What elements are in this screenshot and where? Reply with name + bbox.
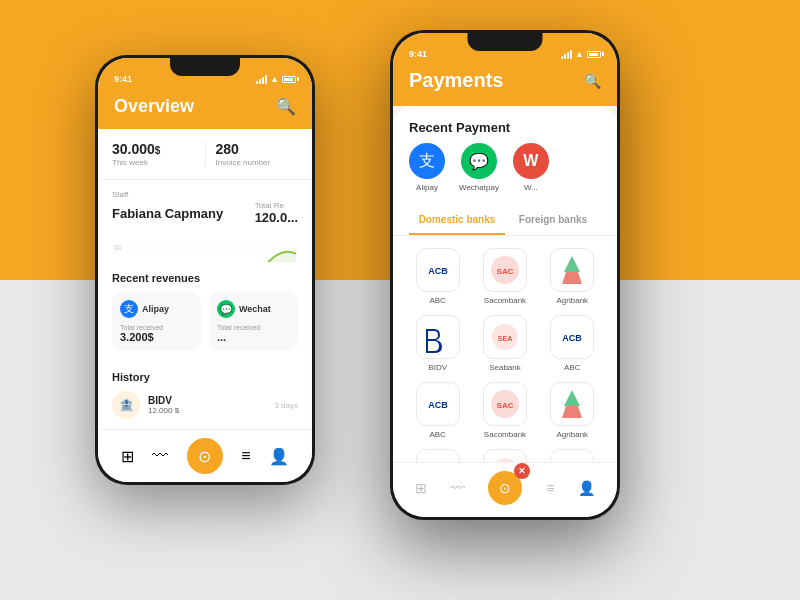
p2-bank-sea-1[interactable]: SEA Seabank [476, 315, 533, 372]
p1-nav-menu[interactable]: ≡ [241, 447, 250, 465]
p2-header: Payments 🔍 [393, 65, 617, 106]
p1-chart: 60 30 10 Week 1 Week 2 Week 3 W... [98, 231, 312, 262]
p2-other-label: W... [524, 183, 538, 192]
phone-overview: 9:41 ▲ Overview 🔍 [95, 55, 315, 485]
p1-status-icons: ▲ [256, 74, 296, 84]
p2-sacom-name-2: Sacombank [484, 430, 526, 439]
p2-tab-domestic[interactable]: Domestic banks [409, 206, 505, 235]
p2-wechatpay-label: Wechatpay [459, 183, 499, 192]
p1-nav-center-button[interactable]: ⊙ [187, 438, 223, 474]
p1-revenue-cards: 支 Alipay Total received 3.200$ 💬 Wechat … [112, 292, 298, 351]
p1-staff-name: Fabiana Capmany [112, 206, 223, 221]
p2-bank-sea-2[interactable]: SEA Seabank [476, 449, 533, 462]
p2-sea-logo-1: SEA [483, 315, 527, 359]
p2-wechatpay-icon: 💬 [461, 143, 497, 179]
p2-bank-agri-2[interactable]: Agribank [544, 382, 601, 439]
p2-bank-abc-4[interactable]: ACB ABC [544, 449, 601, 462]
p1-wechat-card[interactable]: 💬 Wechat Total received ... [209, 292, 298, 351]
p2-wechatpay-item[interactable]: 💬 Wechatpay [459, 143, 499, 192]
p1-revenues-title: Recent revenues [112, 272, 298, 284]
p2-bank-bidv-1[interactable]: BIDV [409, 315, 466, 372]
p2-nav-chart[interactable]: 〰 [451, 480, 465, 496]
p2-bidv-logo-1 [416, 315, 460, 359]
p1-bidv-icon: 🏦 [112, 391, 140, 419]
p2-recent-payment-row: 支 Alipay 💬 Wechatpay W W... [393, 143, 617, 206]
p2-agri-logo-1 [550, 248, 594, 292]
p2-bank-agri-1[interactable]: Agribank [544, 248, 601, 305]
p2-nav-close-button[interactable]: ✕ [514, 463, 530, 479]
p2-bank-abc-2[interactable]: ACB ABC [544, 315, 601, 372]
svg-rect-24 [418, 451, 458, 462]
p2-agri-name-1: Agribank [557, 296, 589, 305]
p1-history-item[interactable]: 🏦 BIDV 12.000 $ 3 days [112, 391, 298, 419]
p2-nav-menu[interactable]: ≡ [546, 480, 554, 496]
p1-alipay-card[interactable]: 支 Alipay Total received 3.200$ [112, 292, 201, 351]
p2-abc-logo-4: ACB [550, 449, 594, 462]
p2-bank-sacom-1[interactable]: SAC Sacombank [476, 248, 533, 305]
p2-time: 9:41 [409, 49, 427, 59]
p2-bank-sacom-2[interactable]: SAC Sacombank [476, 382, 533, 439]
p1-revenues-section: Recent revenues 支 Alipay Total received … [98, 262, 312, 357]
p1-staff-section: Staff Fabiana Capmany Total Re 120.0... [98, 180, 312, 231]
p1-search-icon[interactable]: 🔍 [276, 97, 296, 116]
p1-invoice-value: 280 [216, 141, 299, 157]
p2-alipay-item[interactable]: 支 Alipay [409, 143, 445, 192]
p2-other-icon: W [513, 143, 549, 179]
p2-bank-grid: ACB ABC SAC Sacombank [393, 248, 617, 462]
p2-bank-abc-1[interactable]: ACB ABC [409, 248, 466, 305]
p1-nav-profile[interactable]: 👤 [269, 447, 289, 466]
p2-bank-bidv-2[interactable]: BIDV [409, 449, 466, 462]
p1-nav-chart[interactable]: 〰 [152, 447, 168, 465]
p2-nav-grid[interactable]: ⊞ [415, 480, 427, 496]
svg-text:ACB: ACB [563, 333, 583, 343]
p1-alipay-header: 支 Alipay [120, 300, 193, 318]
svg-text:SAC: SAC [497, 267, 514, 276]
p2-battery-icon [587, 51, 601, 58]
p1-wechat-name: Wechat [239, 304, 271, 314]
p2-alipay-icon: 支 [409, 143, 445, 179]
p2-other-item[interactable]: W W... [513, 143, 549, 192]
p2-abc-name-3: ABC [429, 430, 445, 439]
p2-sacom-logo-1: SAC [483, 248, 527, 292]
p2-bidv-name-1: BIDV [428, 363, 447, 372]
p1-wechat-amount: ... [217, 331, 290, 343]
p2-bidv-logo-2 [416, 449, 460, 462]
p1-week-label: This week [112, 158, 195, 167]
p1-staff-row: Fabiana Capmany Total Re 120.0... [112, 201, 298, 225]
wifi-icon: ▲ [270, 74, 279, 84]
p2-signal-icon [561, 50, 572, 59]
p1-stat-week: 30.000$ This week [112, 141, 195, 167]
p2-bottom-nav: ⊞ 〰 ⊙ ✕ ≡ 👤 [393, 462, 617, 517]
p1-alipay-amount: 3.200$ [120, 331, 193, 343]
p1-title: Overview [114, 96, 194, 117]
p1-stat-invoice: 280 Invoice number [216, 141, 299, 167]
p1-nav-camera-wrapper: ⊙ [187, 438, 223, 474]
p2-content: Recent Payment 支 Alipay 💬 Wechatpay W W.… [393, 106, 617, 462]
p2-agri-logo-2 [550, 382, 594, 426]
p1-bottom-nav: ⊞ 〰 ⊙ ≡ 👤 [98, 429, 312, 482]
p1-chart-svg: 60 30 10 [112, 239, 298, 262]
p1-total-amount: 120.0... [255, 210, 298, 225]
p1-total-label: Total Re [255, 201, 298, 210]
p2-bank-abc-3[interactable]: ACB ABC [409, 382, 466, 439]
p1-history-info: BIDV 12.000 $ [148, 395, 266, 415]
p2-alipay-label: Alipay [416, 183, 438, 192]
p1-invoice-label: Invoice number [216, 158, 299, 167]
p2-sea-name-1: Seabank [489, 363, 521, 372]
p1-nav-grid[interactable]: ⊞ [121, 447, 134, 466]
phone-front-inner: 9:41 ▲ Payments 🔍 Recent Pay [393, 33, 617, 517]
svg-text:60: 60 [114, 244, 122, 251]
p2-sacom-logo-2: SAC [483, 382, 527, 426]
p2-wifi-icon: ▲ [575, 49, 584, 59]
p2-nav-profile[interactable]: 👤 [578, 480, 595, 496]
svg-rect-28 [552, 451, 592, 462]
p2-nav-center-wrapper: ⊙ ✕ [488, 471, 522, 505]
phone-back-notch [170, 58, 240, 76]
p2-tab-foreign[interactable]: Foreign banks [505, 206, 601, 235]
p2-abc-logo-1: ACB [416, 248, 460, 292]
svg-text:ACB: ACB [428, 400, 448, 410]
p1-stats-row: 30.000$ This week 280 Invoice number [98, 129, 312, 180]
phone-payments: 9:41 ▲ Payments 🔍 Recent Pay [390, 30, 620, 520]
p2-search-icon[interactable]: 🔍 [584, 73, 601, 89]
p1-time: 9:41 [114, 74, 132, 84]
